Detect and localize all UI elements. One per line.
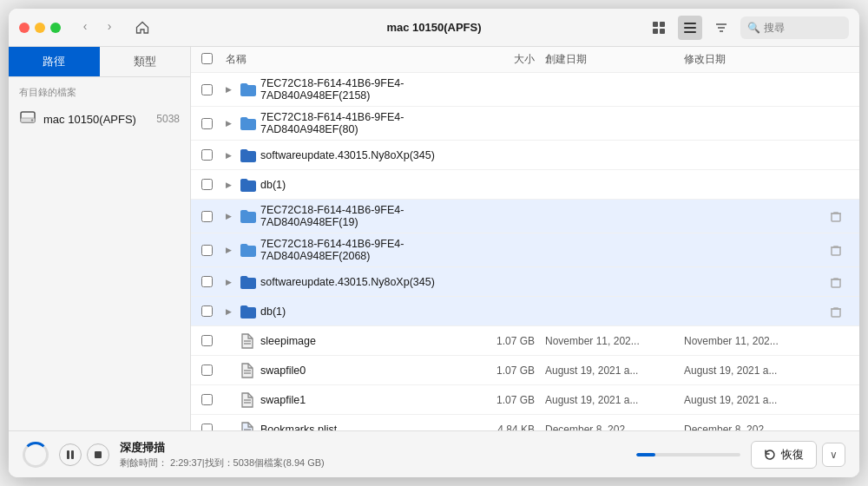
table-row[interactable]: ▶ db(1) [191,170,859,200]
svg-rect-10 [832,213,840,221]
file-name: 7EC72C18-F614-41B6-9FE4-7AD840A948EF(80) [260,111,467,135]
row-checkbox[interactable] [201,276,213,287]
row-checkbox-cell [201,179,226,190]
table-row[interactable]: Bookmarks.plist 4.84 KB December 8, 202.… [191,415,859,430]
minimize-button[interactable] [35,23,45,33]
drive-icon [19,108,36,129]
table-row[interactable]: swapfile1 1.07 GB August 19, 2021 a... A… [191,385,859,415]
row-checkbox-cell [201,424,226,430]
file-list[interactable]: ▶ 7EC72C18-F614-41B6-9FE4-7AD840A948EF(2… [191,73,859,430]
search-input[interactable] [764,22,842,34]
file-size: 1.07 GB [467,335,545,347]
file-icon [240,274,260,290]
row-checkbox[interactable] [201,364,213,376]
row-checkbox-cell [201,394,226,405]
expand-icon[interactable]: ▶ [226,278,240,286]
expand-icon[interactable]: ▶ [226,85,240,94]
svg-rect-5 [684,27,696,29]
delete-icon[interactable] [823,244,849,256]
row-checkbox[interactable] [201,84,213,95]
row-checkbox-cell [201,118,226,129]
view-list-button[interactable] [678,16,702,40]
sidebar: 路徑 類型 有目錄的檔案 mac 10150(APFS) 5038 [9,47,191,430]
table-row[interactable]: ▶ db(1) [191,297,859,326]
expand-icon[interactable]: ▶ [226,246,240,254]
row-checkbox[interactable] [201,149,213,161]
home-button[interactable] [130,16,155,40]
svg-rect-6 [684,31,696,33]
row-checkbox[interactable] [201,245,213,256]
file-icon [240,82,260,97]
scan-title: 深度掃描 [120,440,626,456]
table-row[interactable]: ▶ 7EC72C18-F614-41B6-9FE4-7AD840A948EF(8… [191,107,859,141]
table-row[interactable]: ▶ softwareupdate.43015.Ny8oXp(345) [191,141,859,170]
expand-icon[interactable]: ▶ [226,119,240,128]
stop-button[interactable] [87,443,109,466]
file-name: 7EC72C18-F614-41B6-9FE4-7AD840A948EF(19) [260,204,467,228]
restore-button[interactable]: 恢復 [751,441,817,469]
svg-rect-21 [67,450,69,459]
delete-icon[interactable] [823,276,849,288]
expand-icon[interactable]: ▶ [226,307,240,316]
file-icon [240,208,260,224]
maximize-button[interactable] [50,23,61,33]
traffic-lights [19,23,61,33]
row-checkbox[interactable] [201,394,213,405]
table-row[interactable]: ▶ softwareupdate.43015.Ny8oXp(345) [191,267,859,297]
drive-name: mac 10150(APFS) [43,113,149,126]
file-name: swapfile0 [260,364,467,377]
file-icon [240,422,260,431]
table-row[interactable]: ▶ 7EC72C18-F614-41B6-9FE4-7AD840A948EF(2… [191,233,859,267]
file-created: August 19, 2021 a... [545,364,684,377]
progress-bar-fill [636,453,655,456]
svg-rect-13 [832,309,840,317]
row-checkbox[interactable] [201,424,213,430]
svg-rect-23 [95,451,102,458]
tab-path[interactable]: 路徑 [9,47,100,76]
forward-button[interactable]: › [99,16,120,36]
titlebar: ‹ › mac 10150(APFS) [9,9,859,47]
row-checkbox-cell [201,149,226,161]
svg-rect-22 [71,450,74,459]
file-modified: December 8, 202... [684,424,823,431]
row-checkbox[interactable] [201,211,213,222]
file-created: December 8, 202... [545,424,684,431]
expand-icon[interactable]: ▶ [226,212,240,220]
expand-icon[interactable]: ▶ [226,151,240,160]
file-name: 7EC72C18-F614-41B6-9FE4-7AD840A948EF(215… [260,77,467,102]
row-checkbox-cell [201,276,226,287]
select-all-checkbox[interactable] [201,53,213,64]
file-created: August 19, 2021 a... [545,394,684,406]
row-checkbox[interactable] [201,179,213,190]
svg-rect-11 [832,247,840,255]
back-button[interactable]: ‹ [75,16,95,36]
file-name: db(1) [260,305,467,318]
file-size: 1.07 GB [467,364,545,377]
row-checkbox[interactable] [201,335,213,346]
tab-type[interactable]: 類型 [100,47,191,76]
view-grid-button[interactable] [647,16,671,40]
pause-button[interactable] [59,443,82,466]
file-icon [240,304,260,319]
restore-more-button[interactable]: ∨ [822,443,845,467]
filter-button[interactable] [709,16,733,40]
close-button[interactable] [19,23,30,33]
progress-bar [636,453,740,456]
expand-icon[interactable]: ▶ [226,181,240,189]
table-row[interactable]: sleepimage 1.07 GB November 11, 202... N… [191,326,859,356]
file-icon [240,177,260,193]
table-row[interactable]: ▶ 7EC72C18-F614-41B6-9FE4-7AD840A948EF(2… [191,73,859,107]
table-row[interactable]: swapfile0 1.07 GB August 19, 2021 a... A… [191,356,859,385]
file-modified: August 19, 2021 a... [684,364,823,377]
delete-icon[interactable] [823,210,849,222]
restore-label: 恢復 [781,447,804,463]
scan-info: 深度掃描 剩餘時間： 2:29:37|找到：5038個檔案(8.94 GB) [120,440,626,470]
file-size: 1.07 GB [467,394,545,406]
delete-icon[interactable] [823,305,849,318]
table-row[interactable]: ▶ 7EC72C18-F614-41B6-9FE4-7AD840A948EF(1… [191,200,859,233]
file-modified: August 19, 2021 a... [684,394,823,406]
sidebar-item-drive[interactable]: mac 10150(APFS) 5038 [9,102,190,135]
scan-subtitle: 剩餘時間： 2:29:37|找到：5038個檔案(8.94 GB) [120,456,626,470]
row-checkbox[interactable] [201,305,213,317]
row-checkbox[interactable] [201,118,213,129]
